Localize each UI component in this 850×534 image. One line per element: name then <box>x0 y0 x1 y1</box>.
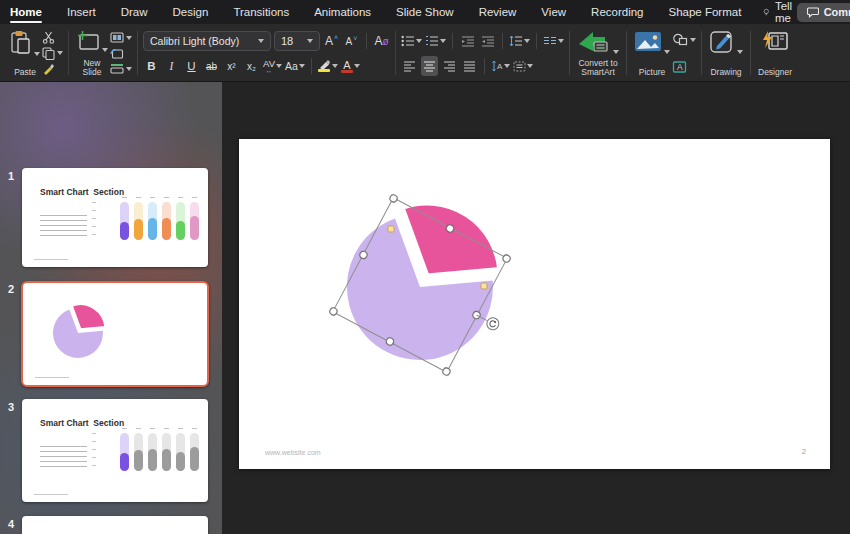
line-spacing-button[interactable] <box>509 31 530 51</box>
line-spacing-caret[interactable] <box>524 39 530 43</box>
columns-button[interactable] <box>543 31 564 51</box>
align-text-caret[interactable] <box>527 64 533 68</box>
font-size-select[interactable]: 18 <box>274 31 320 51</box>
format-painter-button[interactable] <box>42 61 63 76</box>
slide-thumbnail-4[interactable]: Smart Chart Section <box>22 516 208 534</box>
text-box-button[interactable]: A <box>672 59 696 74</box>
smartart-group: Convert to SmartArt <box>575 28 621 78</box>
new-slide-caret[interactable] <box>102 48 108 52</box>
columns-caret[interactable] <box>558 39 564 43</box>
font-color-caret[interactable] <box>354 64 360 68</box>
slide-page-number: 2 <box>802 447 806 456</box>
copy-caret[interactable] <box>57 51 63 55</box>
align-center-button[interactable] <box>421 56 438 76</box>
slice-adjust-handle-1[interactable] <box>388 226 395 233</box>
text-direction-button[interactable]: A <box>491 56 510 76</box>
resize-handle-left[interactable] <box>358 250 369 261</box>
comments-button[interactable]: Comments <box>797 3 850 22</box>
section-button[interactable] <box>110 61 132 76</box>
superscript-button[interactable]: x² <box>223 56 240 76</box>
bar-fill <box>120 453 129 471</box>
shrink-font-button[interactable]: A˅ <box>343 31 360 51</box>
bar-fill <box>176 452 185 471</box>
change-case-button[interactable]: Aa <box>285 56 305 76</box>
menu-item-transitions[interactable]: Transitions <box>233 6 289 18</box>
subscript-button[interactable]: x₂ <box>243 56 260 76</box>
slide-thumbnail-1[interactable]: Smart Chart Section <box>22 168 208 267</box>
reset-button[interactable] <box>110 46 132 61</box>
smartart-caret[interactable] <box>613 50 619 54</box>
font-name-select[interactable]: Calibri Light (Body) <box>143 31 271 51</box>
paste-caret[interactable] <box>34 52 40 56</box>
convert-smartart-button[interactable]: Convert to SmartArt <box>575 28 621 78</box>
pie-chart-object[interactable] <box>239 139 830 469</box>
menu-item-draw[interactable]: Draw <box>121 6 148 18</box>
designer-icon <box>761 30 789 56</box>
bar-track <box>190 433 199 471</box>
highlight-caret[interactable] <box>332 64 338 68</box>
superscript-label: x² <box>227 61 235 72</box>
decrease-indent-button[interactable] <box>459 31 476 51</box>
thumb3-title: Smart Chart Section <box>40 418 124 428</box>
bullets-caret[interactable] <box>416 39 422 43</box>
char-spacing-caret[interactable] <box>276 64 282 68</box>
shapes-caret[interactable] <box>690 38 696 42</box>
comment-icon <box>807 7 819 18</box>
strikethrough-button[interactable]: ab <box>203 56 220 76</box>
align-left-button[interactable] <box>401 56 418 76</box>
clipboard-group: Paste <box>8 28 63 78</box>
menu-item-slide-show[interactable]: Slide Show <box>396 6 454 18</box>
justify-button[interactable] <box>461 56 478 76</box>
italic-label: I <box>170 60 174 72</box>
grow-font-button[interactable]: A˄ <box>323 31 340 51</box>
underline-button[interactable]: U <box>183 56 200 76</box>
text-direction-caret[interactable] <box>504 64 510 68</box>
thumb3-bar-chart <box>120 433 199 471</box>
align-right-button[interactable] <box>441 56 458 76</box>
designer-button[interactable]: Designer <box>756 28 794 78</box>
numbering-button[interactable] <box>425 31 446 51</box>
font-color-button[interactable]: A <box>341 56 360 76</box>
paste-button[interactable]: Paste <box>8 28 42 78</box>
menu-item-design[interactable]: Design <box>173 6 209 18</box>
bar-fill <box>190 447 199 471</box>
align-center-icon <box>423 61 436 72</box>
clear-format-label: A <box>374 34 382 48</box>
layout-button[interactable] <box>110 30 132 45</box>
picture-caret[interactable] <box>664 50 670 54</box>
current-slide[interactable]: www.website.com 2 <box>239 139 830 469</box>
clear-formatting-button[interactable]: Aø <box>373 31 390 51</box>
bar-track <box>134 433 143 471</box>
menu-item-home[interactable]: Home <box>10 6 42 18</box>
bold-button[interactable]: B <box>143 56 160 76</box>
text-highlight-button[interactable] <box>318 56 338 76</box>
slide-editor-canvas: www.website.com 2 <box>222 82 850 534</box>
drawing-button[interactable]: Drawing <box>707 28 745 78</box>
tell-me[interactable]: Tell me <box>763 0 796 24</box>
copy-button[interactable] <box>42 46 63 61</box>
menu-item-shape-format[interactable]: Shape Format <box>669 6 742 18</box>
slice-adjust-handle-2[interactable] <box>481 283 488 290</box>
align-text-button[interactable] <box>513 56 533 76</box>
bar-fill <box>148 449 157 471</box>
new-slide-button[interactable]: New Slide <box>74 28 110 78</box>
menu-item-animations[interactable]: Animations <box>314 6 371 18</box>
increase-indent-button[interactable] <box>479 31 496 51</box>
drawing-caret[interactable] <box>737 50 743 54</box>
slide-thumbnail-3[interactable]: Smart Chart Section <box>22 399 208 502</box>
menu-item-review[interactable]: Review <box>479 6 517 18</box>
menu-item-view[interactable]: View <box>541 6 566 18</box>
italic-button[interactable]: I <box>163 56 180 76</box>
numbering-caret[interactable] <box>440 39 446 43</box>
shapes-button[interactable] <box>672 32 696 47</box>
bullets-button[interactable] <box>401 31 422 51</box>
menu-item-recording[interactable]: Recording <box>591 6 643 18</box>
menu-item-insert[interactable]: Insert <box>67 6 96 18</box>
section-caret[interactable] <box>126 67 132 71</box>
picture-button[interactable]: Picture <box>632 28 672 78</box>
cut-button[interactable] <box>42 30 63 45</box>
slide-thumbnail-2-selected[interactable] <box>21 281 209 387</box>
character-spacing-button[interactable]: AV↔ <box>263 56 282 76</box>
change-case-caret[interactable] <box>299 64 305 68</box>
layout-caret[interactable] <box>126 36 132 40</box>
